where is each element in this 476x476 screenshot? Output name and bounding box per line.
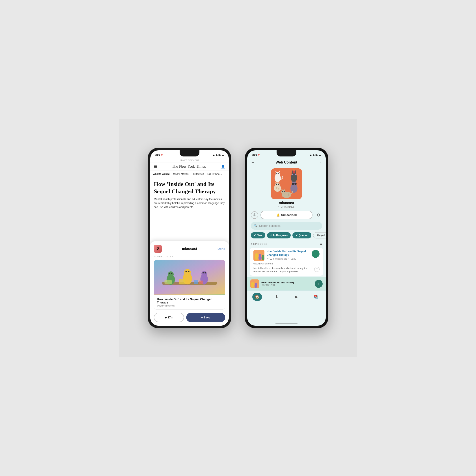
np-pause-button[interactable]: ⏸ [315, 280, 323, 288]
svg-point-3 [168, 272, 174, 277]
tab-played[interactable]: Played [313, 232, 326, 238]
np-info: How 'Inside Out' and Its Sequel Changed … [261, 281, 312, 286]
svg-rect-15 [194, 280, 198, 284]
episode-item: How 'Inside Out' and Its Sequel Changed … [250, 248, 323, 276]
filter-settings-button[interactable]: ⚙ [315, 211, 322, 219]
cloud-icon: ☁ [270, 258, 272, 260]
svg-point-12 [203, 272, 204, 273]
duration: 16:40 [290, 258, 296, 260]
search-icon: 🔍 [254, 224, 257, 227]
nav-player[interactable]: ▶ [291, 293, 301, 301]
svg-rect-46 [294, 183, 297, 185]
svg-rect-17 [164, 280, 172, 284]
network-left: LTE [216, 153, 221, 156]
episode-info-button[interactable]: ⓘ [314, 267, 320, 272]
svg-point-32 [295, 174, 296, 175]
back-button[interactable]: ← [251, 160, 255, 165]
library-icon: 📚 [314, 294, 318, 299]
battery-icon-right: ▲ [319, 153, 321, 156]
left-phone-content: ADVERTISEMENT ☰ The New York Times 👤 Wha… [150, 158, 229, 321]
svg-point-7 [184, 269, 191, 275]
svg-point-39 [276, 187, 277, 189]
hamburger-icon[interactable]: ☰ [154, 164, 157, 169]
audio-label: AUDIO CONTENT [154, 255, 225, 258]
podcast-name: miaocast [279, 201, 294, 205]
alarm-icon-left: ⏰ [161, 154, 164, 156]
episode-desc: Mental health professionals and educator… [254, 267, 314, 273]
popup-article-url: www.nytimes.com [157, 305, 222, 307]
svg-point-13 [204, 272, 206, 273]
nav-home[interactable]: 🏠 [252, 293, 262, 301]
nav-item-tv[interactable]: Fall TV Sho… [207, 172, 222, 175]
pause-icon: ⏸ [314, 252, 317, 256]
time-right: 2:00 [252, 153, 257, 156]
tab-in-progress[interactable]: ✓ In Progress [267, 232, 291, 238]
svg-point-8 [186, 271, 187, 272]
nav-item-watch[interactable]: What to Watch › [153, 172, 170, 175]
save-button[interactable]: + Save [186, 313, 225, 321]
svg-point-40 [278, 188, 279, 189]
tab-new[interactable]: ✓ New [251, 232, 265, 238]
svg-rect-14 [179, 279, 185, 285]
episode-row: How 'Inside Out' and Its Sequel Changed … [254, 250, 320, 261]
svg-point-31 [292, 174, 293, 175]
filter-tabs: ✓ New ✓ In Progress ✓ Queued Played [247, 232, 326, 241]
phone-notch-right [277, 150, 296, 156]
nyt-logo: The New York Times [157, 164, 221, 169]
battery-icon-left: ▲ [222, 153, 224, 156]
info-button[interactable]: ⓘ [251, 211, 258, 219]
search-placeholder: Search episodes [259, 224, 281, 227]
nav-library[interactable]: 📚 [311, 293, 321, 301]
podcast-actions: ⓘ 🔔 Subscribed ⚙ [247, 211, 326, 222]
time-ago: 5 minutes ago [273, 258, 287, 260]
svg-point-37 [276, 184, 277, 185]
article-headline: How 'Inside Out' and Its Sequel Changed … [154, 181, 225, 195]
episode-url: www.nytimes.com [254, 262, 320, 265]
episode-title: How 'Inside Out' and Its Sequel Changed … [267, 250, 309, 257]
nav-downloads[interactable]: ⬇ [272, 293, 282, 301]
sort-icon[interactable]: ≡ [320, 242, 322, 246]
np-title: How 'Inside Out' and Its Sequel Changed … [261, 281, 297, 284]
now-playing-bar: How 'Inside Out' and Its Sequel Changed … [247, 277, 326, 290]
svg-point-20 [275, 172, 280, 176]
tab-queued[interactable]: ✓ Queued [292, 232, 311, 238]
popup-header: 🎙 miaocast Done [154, 245, 225, 253]
article-subhead: Mental health professionals and educator… [154, 197, 225, 209]
svg-point-58 [255, 253, 258, 256]
play-button[interactable]: ▶ 17m [154, 313, 184, 321]
svg-point-38 [278, 184, 279, 185]
popup-buttons: ▶ 17m + Save [154, 313, 225, 321]
user-icon[interactable]: 👤 [221, 164, 225, 169]
np-time: -16:40 / 17:01 [261, 284, 312, 286]
svg-point-49 [281, 190, 286, 194]
right-phone-content: ← Web Content ⋮ [247, 158, 326, 321]
sync-icon: ⇄ [267, 258, 268, 260]
article-image [154, 260, 225, 295]
home-indicator-right [247, 321, 326, 326]
search-bar[interactable]: 🔍 Search episodes [251, 222, 322, 230]
phone-notch-left [180, 150, 199, 156]
svg-point-4 [169, 273, 170, 274]
miao-popup: 🎙 miaocast Done AUDIO CONTENT [150, 241, 229, 321]
wifi-icon-right: ▲ [309, 153, 312, 156]
alarm-icon-right: ⏰ [258, 154, 260, 156]
nav-item-movies[interactable]: 9 New Movies [173, 172, 188, 175]
inside-out-art [154, 260, 225, 295]
popup-article-card: How 'Inside Out' and Its Sequel Changed … [154, 260, 225, 310]
nav-item-fall[interactable]: Fall Movies [192, 172, 204, 175]
svg-point-11 [202, 271, 207, 277]
subscribed-button[interactable]: 🔔 Subscribed [260, 211, 312, 219]
bell-icon: 🔔 [276, 213, 280, 217]
more-menu-button[interactable]: ⋮ [318, 160, 322, 165]
popup-done-btn[interactable]: Done [218, 247, 225, 251]
episode-pause-button[interactable]: ⏸ [312, 250, 320, 258]
header-title: Web Content [276, 160, 297, 164]
svg-point-60 [259, 254, 261, 257]
episode-info: How 'Inside Out' and Its Sequel Changed … [267, 250, 309, 260]
nyt-header: ☰ The New York Times 👤 [150, 162, 229, 171]
home-icon: 🏠 [255, 294, 260, 299]
filter-icon: ⚙ [317, 213, 320, 218]
download-icon: ⬇ [275, 294, 278, 299]
wifi-icon-left: ▲ [212, 153, 215, 156]
home-bar-right [275, 323, 298, 324]
